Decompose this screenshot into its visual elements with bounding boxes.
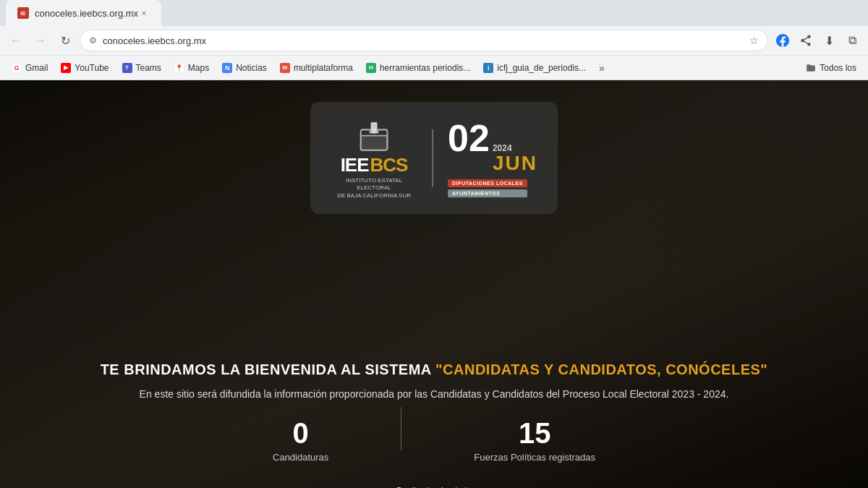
logo-subtitle-line2: DE BAJA CALIFORNIA SUR (337, 192, 411, 199)
iee-bcs-text: IEE BCS (341, 155, 408, 174)
fuerzas-number: 15 (474, 419, 595, 448)
svg-rect-1 (361, 136, 388, 150)
ballot-box-icon (356, 116, 392, 153)
lock-icon: ⚙ (89, 35, 97, 46)
forward-button[interactable]: → (30, 30, 51, 51)
welcome-title-highlight: "CANDIDATAS Y CANDIDATOS, CONÓCELES" (435, 361, 767, 377)
hero-text-section: TE BRINDAMOS LA BIENVENIDA AL SISTEMA "C… (0, 361, 868, 402)
address-bar-row: ← → ↻ ⚙ conoceles.ieebcs.org.mx ☆ ⬇ ⧉ (0, 26, 868, 55)
tab-title: conoceles.ieebcs.org.mx (35, 8, 138, 19)
facebook-extension-btn[interactable] (773, 30, 793, 51)
herra-favicon: H (366, 63, 376, 73)
bookmark-gmail[interactable]: G Gmail (6, 60, 54, 76)
gmail-favicon: G (12, 63, 22, 73)
bookmark-gmail-label: Gmail (25, 63, 48, 73)
stat-candidaturas: 0 Candidaturas (215, 407, 386, 474)
tab-bar: IE conoceles.ieebcs.org.mx × (0, 0, 868, 26)
bookmark-youtube-label: YouTube (75, 63, 109, 73)
multi-favicon: M (280, 63, 290, 73)
refresh-button[interactable]: ↻ (55, 30, 75, 51)
noticias-favicon: N (222, 63, 232, 73)
bookmark-teams-label: Teams (136, 63, 161, 73)
address-text: conoceles.ieebcs.org.mx (103, 35, 744, 46)
maps-favicon: 📍 (174, 63, 184, 73)
date-year-section: 2024 JUN (493, 143, 537, 174)
date-month: JUN (493, 153, 537, 174)
bookmark-herra[interactable]: H herramientas periodis... (360, 60, 476, 76)
election-tags: DIPUTACIONES LOCALES AYUNTAMIENTOS (448, 179, 527, 197)
bookmark-star-icon[interactable]: ☆ (749, 35, 759, 46)
browser-chrome: IE conoceles.ieebcs.org.mx × ← → ↻ ⚙ con… (0, 0, 868, 80)
icfj-favicon: i (483, 63, 493, 73)
welcome-title: TE BRINDAMOS LA BIENVENIDA AL SISTEMA "C… (43, 361, 825, 378)
address-bar[interactable]: ⚙ conoceles.ieebcs.org.mx ☆ (80, 30, 768, 51)
logo-left-section: IEE BCS INSTITUTO ESTATAL ELECTORAL DE B… (331, 116, 417, 200)
bookmark-maps[interactable]: 📍 Maps (169, 60, 215, 76)
teams-favicon: T (122, 63, 132, 73)
browser-actions: ⬇ ⧉ (773, 30, 862, 51)
bookmark-icfj-label: icfj_guia_de_periodis... (497, 63, 586, 73)
window-btn[interactable]: ⧉ (842, 30, 862, 51)
bookmarks-more-btn[interactable]: » (595, 59, 609, 77)
bookmarks-bar: G Gmail ▶ YouTube T Teams 📍 Maps N Notic… (0, 55, 868, 80)
ayuntamientos-tag: AYUNTAMIENTOS (448, 189, 527, 197)
bookmark-youtube[interactable]: ▶ YouTube (55, 60, 114, 76)
stats-section: 0 Candidaturas 15 Fuerzas Políticas regi… (0, 407, 868, 474)
logo-divider (432, 129, 433, 187)
diputaciones-tag: DIPUTACIONES LOCALES (448, 179, 527, 187)
back-button[interactable]: ← (6, 30, 26, 51)
logo-subtitle: INSTITUTO ESTATAL ELECTORAL DE BAJA CALI… (331, 177, 417, 200)
candidaturas-number: 0 (273, 419, 328, 448)
tab-favicon: IE (17, 7, 29, 19)
logo-card: IEE BCS INSTITUTO ESTATAL ELECTORAL DE B… (310, 102, 558, 214)
bcs-text: BCS (370, 155, 408, 174)
bookmark-multi-label: multiplataforma (294, 63, 353, 73)
logo-right-section: 02 2024 JUN DIPUTACIONES LOCALES AYUNTAM… (448, 119, 537, 197)
bookmark-maps-label: Maps (188, 63, 209, 73)
logo-subtitle-line1: INSTITUTO ESTATAL ELECTORAL (346, 177, 402, 191)
share-extension-btn[interactable] (796, 30, 816, 51)
bookmark-multi[interactable]: M multiplataforma (274, 60, 359, 76)
welcome-subtitle: En este sitio será difundida la informac… (43, 387, 825, 402)
date-row: 02 2024 JUN (448, 119, 537, 174)
bookmark-teams[interactable]: T Teams (116, 60, 167, 76)
date-number: 02 (448, 119, 490, 157)
welcome-title-static: TE BRINDAMOS LA BIENVENIDA AL SISTEMA (101, 361, 431, 377)
main-content: IEE BCS INSTITUTO ESTATAL ELECTORAL DE B… (0, 80, 868, 488)
active-tab[interactable]: IE conoceles.ieebcs.org.mx × (6, 0, 161, 26)
youtube-favicon: ▶ (61, 63, 71, 73)
bookmark-herra-label: herramientas periodis... (380, 63, 470, 73)
bookmarks-folder-btn[interactable]: Todos los (800, 60, 862, 76)
stats-separator (401, 407, 401, 450)
bookmark-noticias[interactable]: N Noticias (216, 60, 273, 76)
bookmark-noticias-label: Noticias (236, 63, 267, 73)
stat-fuerzas: 15 Fuerzas Políticas registradas (416, 407, 653, 474)
iee-text: IEE (341, 155, 369, 174)
tab-close-btn[interactable]: × (138, 7, 150, 19)
bookmark-icfj[interactable]: i icfj_guia_de_periodis... (477, 60, 592, 76)
download-btn[interactable]: ⬇ (819, 30, 839, 51)
bookmarks-folder-label: Todos los (820, 63, 856, 73)
fuerzas-label: Fuerzas Políticas registradas (474, 452, 595, 463)
candidaturas-label: Candidaturas (273, 452, 328, 463)
